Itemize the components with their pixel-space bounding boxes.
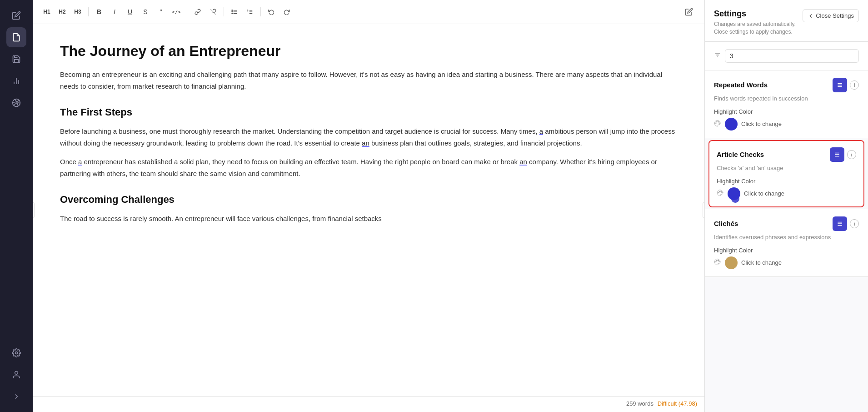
svg-point-39: [716, 260, 717, 261]
cliches-color-circle[interactable]: [725, 256, 738, 269]
svg-point-5: [15, 372, 18, 375]
heading-first-steps: The First Steps: [60, 106, 677, 118]
repeated-words-title: Repeated Words: [714, 81, 768, 89]
collapse-right-button[interactable]: ›: [703, 202, 704, 218]
article-checks-title: Article Checks: [717, 151, 764, 158]
svg-point-4: [15, 352, 18, 354]
toolbar-divider-1: [88, 7, 89, 16]
svg-point-10: [232, 10, 233, 11]
settings-number-row: [705, 42, 868, 70]
article-checks-toggle[interactable]: [830, 147, 844, 162]
repeated-words-header: Repeated Words i: [714, 78, 859, 92]
settings-title: Settings: [714, 9, 796, 19]
article-checks-controls: i: [830, 147, 856, 162]
repeated-words-controls: i: [833, 78, 859, 92]
svg-point-11: [232, 11, 233, 12]
list-ordered-button[interactable]: 1.2.: [243, 5, 257, 19]
sidebar-item-design[interactable]: [6, 93, 26, 113]
settings-header: Settings Changes are saved automatically…: [705, 0, 868, 42]
toolbar-divider-3: [224, 7, 224, 16]
repeated-words-color-circle[interactable]: [725, 118, 738, 131]
editor-content[interactable]: ‹ › The Journey of an Entrepreneur Becom…: [33, 24, 704, 396]
article-checks-section: Article Checks i Checks 'a' and 'an' usa…: [708, 140, 864, 207]
article-checks-info[interactable]: i: [847, 150, 856, 159]
article-checks-color-swatch: Click to change: [717, 187, 856, 200]
unlink-button[interactable]: [206, 5, 220, 19]
code-button[interactable]: </>: [170, 5, 183, 19]
settings-number-input[interactable]: [725, 49, 859, 63]
list-unordered-button[interactable]: [228, 5, 241, 19]
cliches-controls: i: [833, 216, 859, 231]
article-checks-color-label: Highlight Color: [717, 178, 856, 185]
quote-button[interactable]: ": [154, 5, 168, 19]
svg-point-32: [719, 191, 720, 192]
svg-point-12: [232, 13, 233, 14]
paragraph-2: Before launching a business, one must th…: [60, 126, 677, 149]
cliches-section: Clichés i Identifies overused phrases an…: [705, 209, 868, 277]
highlight-a-1: a: [539, 127, 543, 135]
editor-wrapper: H1 H2 H3 B I U S " </> 1.2.: [33, 0, 704, 412]
paragraph-4: The road to success is rarely smooth. An…: [60, 213, 677, 225]
close-arrow-icon: [808, 13, 814, 19]
article-checks-click-to-change[interactable]: Click to change: [744, 190, 784, 197]
highlight-an-1: an: [362, 139, 369, 147]
filter-icon: [714, 51, 721, 60]
strikethrough-button[interactable]: S: [139, 5, 152, 19]
h3-button[interactable]: H3: [71, 5, 85, 19]
link-button[interactable]: [191, 5, 205, 19]
repeated-words-section: Repeated Words i Finds words repeated in…: [705, 70, 868, 138]
svg-point-31: [718, 192, 719, 193]
undo-button[interactable]: [264, 5, 278, 19]
svg-point-38: [715, 261, 716, 262]
edit-mode-icon[interactable]: [681, 4, 697, 20]
close-settings-button[interactable]: Close Settings: [803, 9, 859, 22]
difficulty-badge: Difficult (47.98): [658, 400, 697, 408]
repeated-words-click-to-change[interactable]: Click to change: [741, 121, 782, 127]
toolbar: H1 H2 H3 B I U S " </> 1.2.: [33, 0, 704, 24]
italic-button[interactable]: I: [108, 5, 121, 19]
repeated-words-info[interactable]: i: [850, 80, 859, 90]
repeated-words-color-swatch: Click to change: [714, 118, 859, 131]
svg-point-24: [715, 122, 716, 123]
cliches-color-label: Highlight Color: [714, 247, 859, 254]
cliches-click-to-change[interactable]: Click to change: [741, 259, 782, 266]
sidebar-item-save[interactable]: [6, 49, 26, 69]
sidebar-item-settings[interactable]: [6, 343, 26, 363]
svg-point-40: [718, 260, 719, 261]
paragraph-1: Becoming an entrepreneur is an exciting …: [60, 69, 677, 92]
cliches-header: Clichés i: [714, 216, 859, 231]
svg-point-26: [718, 121, 719, 122]
settings-title-block: Settings Changes are saved automatically…: [714, 9, 796, 36]
palette-icon-1: [714, 120, 721, 129]
redo-button[interactable]: [280, 5, 294, 19]
svg-point-27: [719, 122, 720, 123]
article-checks-desc: Checks 'a' and 'an' usage: [717, 165, 856, 171]
bold-button[interactable]: B: [92, 5, 106, 19]
editor-footer: 259 words Difficult (47.98): [33, 396, 704, 412]
settings-panel: Settings Changes are saved automatically…: [704, 0, 868, 412]
cursor-indicator: [731, 195, 739, 203]
svg-point-33: [721, 191, 722, 192]
sidebar-item-edit[interactable]: [6, 5, 26, 25]
paragraph-3: Once a entrepreneur has established a so…: [60, 156, 677, 179]
cliches-toggle[interactable]: [833, 216, 847, 231]
sidebar-item-expand[interactable]: [6, 387, 26, 407]
toolbar-divider-4: [260, 7, 261, 16]
repeated-words-toggle[interactable]: [833, 78, 847, 92]
palette-icon-2: [717, 189, 724, 198]
sidebar-item-user[interactable]: [6, 365, 26, 385]
h1-button[interactable]: H1: [40, 5, 54, 19]
highlight-an-2: an: [519, 158, 527, 166]
collapse-left-button[interactable]: ‹: [33, 202, 35, 218]
repeated-words-desc: Finds words repeated in succession: [714, 95, 859, 102]
heading-challenges: Overcoming Challenges: [60, 194, 677, 206]
svg-point-41: [719, 261, 720, 262]
h2-button[interactable]: H2: [55, 5, 69, 19]
svg-point-25: [716, 121, 717, 122]
sidebar: [0, 0, 33, 412]
toolbar-divider-2: [187, 7, 187, 16]
sidebar-item-document[interactable]: [6, 27, 26, 47]
underline-button[interactable]: U: [123, 5, 137, 19]
sidebar-item-stats[interactable]: [6, 71, 26, 91]
cliches-info[interactable]: i: [850, 219, 859, 228]
